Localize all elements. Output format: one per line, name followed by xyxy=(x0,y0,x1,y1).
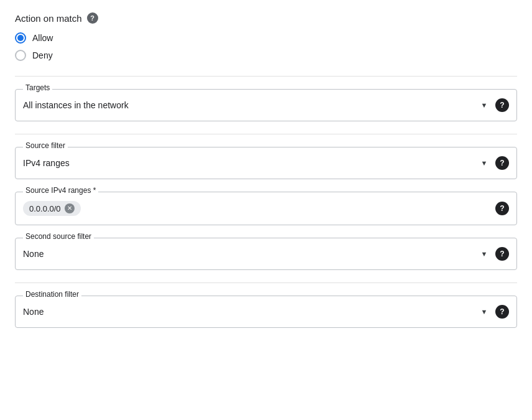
targets-legend: Targets xyxy=(23,83,52,92)
second-source-filter-help-icon[interactable]: ? xyxy=(495,247,509,261)
allow-label: Allow xyxy=(32,33,53,43)
targets-field-container: Targets All instances in the network ? xyxy=(15,89,517,121)
source-filter-field-row: IPv4 ranges ? xyxy=(16,147,516,179)
targets-field-row: All instances in the network ? xyxy=(16,90,516,121)
destination-filter-dropdown-arrow[interactable] xyxy=(478,306,490,318)
source-ipv4-field-row: 0.0.0.0/0 ✕ ? xyxy=(16,192,516,225)
source-ipv4-chip-value: 0.0.0.0/0 xyxy=(29,204,61,213)
destination-filter-help-icon[interactable]: ? xyxy=(495,305,509,319)
divider-2 xyxy=(15,134,517,134)
destination-filter-value: None xyxy=(23,307,473,317)
divider-3 xyxy=(15,282,517,283)
source-ipv4-input-area: 0.0.0.0/0 ✕ xyxy=(23,201,490,216)
allow-radio[interactable] xyxy=(15,32,26,44)
targets-value: All instances in the network xyxy=(23,100,473,110)
source-filter-legend: Source filter xyxy=(23,141,68,150)
second-source-filter-dropdown-arrow[interactable] xyxy=(478,248,490,260)
section-title: Action on match ? xyxy=(15,12,517,24)
allow-radio-label[interactable]: Allow xyxy=(15,32,517,44)
action-radio-group: Allow Deny xyxy=(15,32,517,61)
source-filter-value: IPv4 ranges xyxy=(23,158,473,168)
source-ipv4-field-container: Source IPv4 ranges * 0.0.0.0/0 ✕ ? xyxy=(15,192,517,225)
destination-filter-legend: Destination filter xyxy=(23,290,81,299)
deny-radio-label[interactable]: Deny xyxy=(15,50,517,61)
source-ipv4-legend: Source IPv4 ranges * xyxy=(23,186,98,195)
source-ipv4-chip-remove[interactable]: ✕ xyxy=(65,203,75,213)
deny-radio[interactable] xyxy=(15,50,26,61)
second-source-filter-field-container: Second source filter None ? xyxy=(15,238,517,270)
source-filter-dropdown-arrow[interactable] xyxy=(478,157,490,169)
deny-label: Deny xyxy=(32,50,53,60)
targets-help-icon[interactable]: ? xyxy=(495,98,509,112)
source-filter-field-container: Source filter IPv4 ranges ? xyxy=(15,147,517,179)
destination-filter-field-row: None ? xyxy=(16,296,516,327)
source-filter-help-icon[interactable]: ? xyxy=(495,156,509,170)
source-ipv4-help-icon[interactable]: ? xyxy=(495,202,509,215)
targets-dropdown-arrow[interactable] xyxy=(478,99,490,111)
source-ipv4-chip: 0.0.0.0/0 ✕ xyxy=(23,201,81,216)
divider-1 xyxy=(15,76,517,77)
section-title-text: Action on match xyxy=(15,13,82,24)
destination-filter-field-container: Destination filter None ? xyxy=(15,296,517,328)
second-source-filter-value: None xyxy=(23,249,473,259)
second-source-filter-field-row: None ? xyxy=(16,238,516,269)
action-on-match-help-icon[interactable]: ? xyxy=(87,12,98,24)
second-source-filter-legend: Second source filter xyxy=(23,232,94,241)
